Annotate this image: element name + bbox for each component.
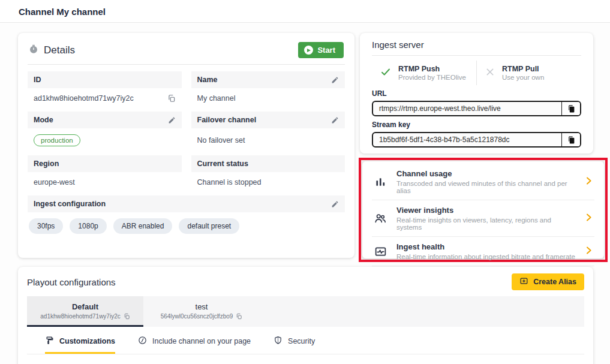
config-badge: 30fps	[29, 218, 63, 234]
field-label-id: ID	[28, 71, 182, 88]
copy-alias-id-icon[interactable]	[236, 313, 242, 320]
details-card-title: Details	[44, 44, 75, 56]
ingest-health-icon	[373, 245, 387, 258]
playout-configurations-card: Playout configurations Create Alias Defa…	[18, 267, 593, 364]
ingest-configuration-badges: 30fps 1080p ABR enabled default preset	[28, 212, 345, 234]
field-label-region: Region	[28, 155, 182, 172]
channel-mode-value: production	[28, 128, 182, 155]
viewer-insights-item[interactable]: Viewer insights Real-time insights on vi…	[372, 200, 594, 237]
field-label-ingest-configuration: Ingest configuration	[28, 195, 345, 212]
mode-badge: production	[34, 134, 80, 146]
status-value: Channel is stopped	[191, 172, 345, 195]
ingest-server-title: Ingest server	[372, 40, 581, 56]
create-alias-button[interactable]: Create Alias	[512, 273, 584, 290]
url-label: URL	[372, 89, 581, 98]
channel-id-value: ad1khw8hioehotmd71wy7iy2c	[28, 88, 182, 112]
play-icon	[304, 46, 313, 55]
copy-stream-key-icon[interactable]	[561, 133, 580, 146]
ingest-server-card: Ingest server RTMP Push Provided by THEO…	[360, 33, 593, 154]
check-icon	[380, 67, 391, 80]
tab-customizations[interactable]: Customizations	[45, 336, 115, 354]
alias-tab-bar: Default ad1khw8hioehotmd71wy7iy2c test 5…	[27, 296, 584, 327]
channel-detail-page: Channel My channel Details Start ID Name	[0, 0, 610, 364]
field-label-status: Current status	[191, 155, 345, 172]
subtab-divider	[27, 354, 584, 354]
region-value: europe-west	[28, 172, 182, 195]
config-badge: 1080p	[70, 218, 106, 234]
playout-configurations-title: Playout configurations	[27, 277, 116, 287]
ingest-url-value[interactable]: rtmps://rtmp.europe-west.theo.live/live	[373, 102, 561, 115]
tab-security[interactable]: Security	[274, 336, 315, 354]
embed-code-icon	[138, 336, 147, 347]
edit-name-pencil-icon[interactable]	[331, 76, 339, 84]
stream-key-label: Stream key	[372, 121, 581, 129]
tab-include-channel[interactable]: Include channel on your page	[138, 336, 251, 354]
copy-alias-id-icon[interactable]	[124, 313, 130, 320]
ingest-url-field: rtmps://rtmp.europe-west.theo.live/live	[372, 101, 581, 116]
insights-card: Channel usage Transcoded and viewed minu…	[362, 161, 604, 258]
ingest-health-item[interactable]: Ingest health Real-time information abou…	[372, 237, 594, 266]
playout-subtab-bar: Customizations Include channel on your p…	[45, 336, 584, 354]
field-label-mode: Mode	[28, 112, 182, 128]
chevron-right-icon	[584, 246, 593, 257]
red-highlight-annotation: Channel usage Transcoded and viewed minu…	[359, 158, 608, 262]
field-label-failover: Failover channel	[191, 112, 345, 128]
copy-channel-id-icon[interactable]	[167, 94, 176, 103]
viewers-icon	[373, 212, 387, 225]
stopwatch-icon	[29, 44, 38, 56]
chevron-right-icon	[584, 176, 593, 188]
field-label-name: Name	[191, 71, 345, 88]
shield-icon	[274, 336, 283, 347]
edit-failover-pencil-icon[interactable]	[331, 116, 339, 124]
failover-value: No failover set	[191, 128, 345, 155]
add-square-icon	[519, 276, 528, 287]
page-title: Channel My channel	[19, 7, 106, 17]
chevron-right-icon	[584, 213, 593, 224]
paint-roller-icon	[45, 336, 54, 347]
rtmp-push-option[interactable]: RTMP Push Provided by THEOlive	[372, 61, 476, 85]
stream-key-value[interactable]: 1b5bdf6f-5df1-4c38-b47b-5a5c121878dc	[373, 133, 561, 146]
config-badge: ABR enabled	[113, 218, 173, 234]
details-card: Details Start ID Name ad1khw8hioehotmd71…	[18, 33, 354, 258]
start-channel-button[interactable]: Start	[298, 42, 344, 58]
config-badge: default preset	[179, 218, 239, 234]
edit-mode-pencil-icon[interactable]	[168, 116, 176, 124]
bar-chart-icon	[373, 176, 387, 188]
alias-tab-default[interactable]: Default ad1khw8hioehotmd71wy7iy2c	[27, 296, 143, 327]
copy-url-icon[interactable]	[561, 102, 580, 115]
channel-usage-item[interactable]: Channel usage Transcoded and viewed minu…	[372, 164, 594, 200]
channel-name-value: My channel	[191, 88, 345, 112]
rtmp-pull-option[interactable]: RTMP Pull Use your own	[476, 61, 581, 85]
alias-tab-test[interactable]: test 564lywl0cu56sncz0jclfzbo9	[143, 296, 260, 327]
x-icon	[485, 67, 495, 79]
edit-ingest-configuration-pencil-icon[interactable]	[331, 200, 339, 208]
stream-key-field: 1b5bdf6f-5df1-4c38-b47b-5a5c121878dc	[372, 132, 581, 148]
